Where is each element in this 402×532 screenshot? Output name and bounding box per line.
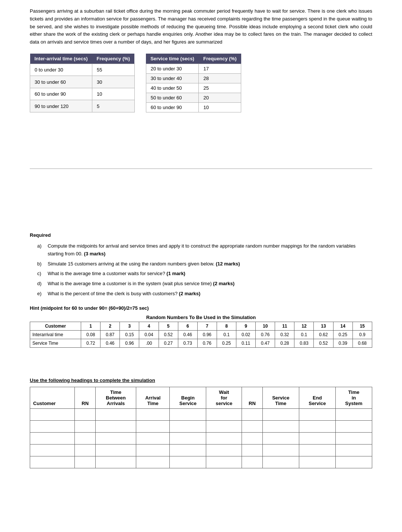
service-freq: 20 bbox=[199, 93, 241, 102]
rn-row-label: Interarrival time bbox=[30, 330, 81, 339]
question-text: What is the percent of time the clerk is… bbox=[48, 290, 200, 298]
arrival-range: 0 to under 30 bbox=[30, 64, 92, 76]
rn-value: 0.02 bbox=[236, 330, 256, 339]
rn-customer-num: 14 bbox=[333, 322, 352, 330]
rn-value: 0.47 bbox=[256, 339, 275, 347]
service-col2-header: Frequency (%) bbox=[199, 54, 241, 64]
sim-cell bbox=[242, 432, 262, 444]
sim-cell bbox=[262, 444, 299, 456]
rn-value: 0.9 bbox=[352, 330, 372, 339]
rn-value: 0.08 bbox=[81, 330, 100, 339]
arrival-col1-header: Inter-arrival time (secs) bbox=[30, 54, 92, 64]
service-range: 20 to under 30 bbox=[146, 64, 199, 73]
rn-value: 0.76 bbox=[197, 339, 217, 347]
sim-col-customer: Customer bbox=[30, 387, 75, 408]
sim-cell bbox=[206, 456, 242, 468]
service-col1-header: Service time (secs) bbox=[146, 54, 199, 64]
question-label: a) bbox=[37, 242, 45, 258]
service-range: 60 to under 90 bbox=[146, 102, 199, 112]
rn-customer-num: 10 bbox=[256, 322, 275, 330]
sim-heading: Use the following headings to complete t… bbox=[30, 378, 372, 383]
sim-cell bbox=[30, 408, 75, 420]
sim-cell bbox=[170, 444, 206, 456]
rn-value: 0.46 bbox=[100, 339, 120, 347]
service-range: 30 to under 40 bbox=[146, 73, 199, 83]
arrival-range: 60 to under 90 bbox=[30, 88, 92, 100]
sim-cell bbox=[262, 456, 299, 468]
sim-cell bbox=[75, 408, 95, 420]
table-row bbox=[30, 408, 372, 420]
sim-cell bbox=[75, 420, 95, 432]
sim-cell bbox=[262, 408, 299, 420]
rn-value: 0.96 bbox=[120, 339, 139, 347]
question-text: Simulate 15 customers arriving at the us… bbox=[48, 260, 240, 268]
table-row: Service Time0.720.460.96.000.270.730.760… bbox=[30, 339, 372, 347]
rn-value: 0.68 bbox=[352, 339, 372, 347]
sim-col-service: ServiceTime bbox=[262, 387, 299, 408]
table-row bbox=[30, 432, 372, 444]
rn-value: 0.87 bbox=[100, 330, 120, 339]
sim-col-end: EndService bbox=[299, 387, 335, 408]
question-text: What is the average time a customer is i… bbox=[48, 280, 234, 288]
rn-value: 0.15 bbox=[120, 330, 139, 339]
service-freq: 28 bbox=[199, 73, 241, 83]
sim-cell bbox=[75, 456, 95, 468]
rn-value: 0.52 bbox=[314, 339, 333, 347]
rn-value: 0.1 bbox=[217, 330, 236, 339]
sim-col-rn2: RN bbox=[242, 387, 262, 408]
intro-paragraph: Passengers arriving at a suburban rail t… bbox=[30, 7, 372, 46]
rn-customer-num: 7 bbox=[197, 322, 217, 330]
question-label: e) bbox=[37, 290, 45, 298]
sim-cell bbox=[95, 444, 136, 456]
table-row: 60 to under 9010 bbox=[146, 102, 241, 112]
rn-value: .00 bbox=[139, 339, 159, 347]
sim-cell bbox=[242, 456, 262, 468]
arrival-col2-header: Frequency (%) bbox=[92, 54, 135, 64]
rn-value: 0.25 bbox=[333, 330, 352, 339]
sim-cell bbox=[262, 432, 299, 444]
question-label: b) bbox=[37, 260, 45, 268]
sim-cell bbox=[95, 408, 136, 420]
sim-cell bbox=[206, 432, 242, 444]
table-row bbox=[30, 420, 372, 432]
rn-table-wrapper: Random Numbers To Be Used in the Simulat… bbox=[30, 315, 372, 348]
sim-cell bbox=[299, 420, 335, 432]
table-row: 50 to under 6020 bbox=[146, 93, 241, 102]
rn-value: 0.46 bbox=[178, 330, 197, 339]
table-row: 40 to under 5025 bbox=[146, 83, 241, 93]
rn-customer-num: 2 bbox=[100, 322, 120, 330]
sim-cell bbox=[30, 444, 75, 456]
required-title: Required bbox=[30, 232, 372, 238]
table-row: 20 to under 3017 bbox=[146, 64, 241, 73]
hint-text: Hint (midpoint for 60 to under 90= (60+9… bbox=[30, 305, 372, 311]
arrival-freq: 5 bbox=[92, 100, 135, 112]
sim-cell bbox=[299, 444, 335, 456]
sim-cell bbox=[170, 432, 206, 444]
sim-col-begin: BeginService bbox=[170, 387, 206, 408]
sim-cell bbox=[335, 456, 372, 468]
sim-cell bbox=[170, 456, 206, 468]
question-text: Compute the midpoints for arrival and se… bbox=[48, 242, 372, 258]
rn-customer-num: 8 bbox=[217, 322, 236, 330]
table-row: 30 to under 4028 bbox=[146, 73, 241, 83]
sim-col-time-between: TimeBetweenArrivals bbox=[95, 387, 136, 408]
sim-cell bbox=[262, 420, 299, 432]
sim-cell bbox=[206, 444, 242, 456]
sim-cell bbox=[136, 432, 170, 444]
rn-value: 0.27 bbox=[159, 339, 178, 347]
service-range: 40 to under 50 bbox=[146, 83, 199, 93]
table-row: 0 to under 3055 bbox=[30, 64, 135, 76]
rn-value: 0.04 bbox=[139, 330, 159, 339]
rn-value: 0.11 bbox=[236, 339, 256, 347]
sim-cell bbox=[335, 408, 372, 420]
rn-customer-num: 12 bbox=[294, 322, 314, 330]
rn-customer-num: 15 bbox=[352, 322, 372, 330]
sim-cell bbox=[95, 456, 136, 468]
rn-customer-num: 3 bbox=[120, 322, 139, 330]
sim-cell bbox=[335, 420, 372, 432]
sim-cell bbox=[299, 432, 335, 444]
list-item: e)What is the percent of time the clerk … bbox=[37, 290, 372, 298]
question-text: What is the average time a customer wait… bbox=[48, 270, 185, 278]
list-item: d)What is the average time a customer is… bbox=[37, 280, 372, 288]
rn-value: 0.76 bbox=[256, 330, 275, 339]
